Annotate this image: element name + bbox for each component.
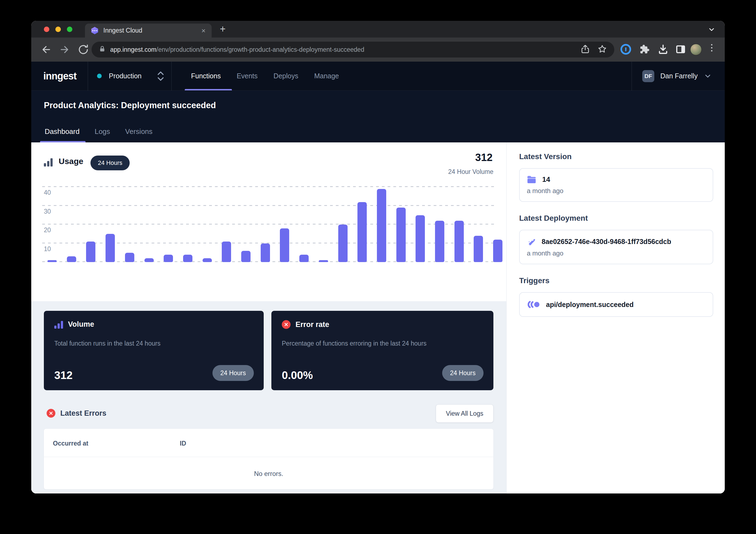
chevron-down-icon [704, 72, 712, 80]
usage-bar-3am[interactable] [183, 255, 192, 262]
environment-switcher[interactable]: Production [97, 70, 165, 82]
nav-item-functions[interactable]: Functions [191, 72, 221, 80]
usage-bar-7pm[interactable] [493, 240, 502, 262]
usage-bar-1pm[interactable] [377, 189, 386, 262]
close-window-button[interactable] [44, 27, 49, 32]
share-icon[interactable] [580, 44, 590, 55]
bookmark-star-icon[interactable] [597, 44, 607, 55]
reload-icon[interactable] [77, 43, 89, 57]
usage-bar-2pm[interactable] [396, 208, 406, 262]
active-nav-underline [185, 89, 232, 90]
usage-bar-7am[interactable] [261, 243, 270, 262]
nav-links: FunctionsEventsDeploysManage [191, 62, 339, 90]
volume-card-range-badge[interactable]: 24 Hours [212, 365, 254, 381]
usage-bar-8am[interactable] [280, 228, 289, 262]
browser-toolbar: app.inngest.com/env/production/functions… [31, 38, 725, 62]
y-axis-tick-label: 10 [44, 245, 51, 253]
latest-version-value: 14 [542, 175, 550, 184]
latest-version-card[interactable]: 14 a month ago [519, 168, 713, 202]
usage-bar-9pm[interactable] [67, 256, 76, 262]
new-tab-button[interactable]: + [220, 23, 226, 35]
gridline-y-20 [42, 224, 496, 224]
error-rate-card-range-badge[interactable]: 24 Hours [442, 365, 484, 381]
app-nav: inngest Production FunctionsEventsDeploy… [31, 62, 725, 90]
latest-deployment-card[interactable]: 8ae02652-746e-430d-9468-1ff73d56cdcb a m… [519, 230, 713, 264]
inngest-logo[interactable]: inngest [43, 70, 76, 82]
trigger-card[interactable]: api/deployment.succeeded [519, 292, 713, 317]
updown-chevron-icon [156, 70, 165, 82]
user-name: Dan Farrelly [660, 72, 698, 80]
usage-bar-11pm[interactable] [106, 234, 115, 262]
usage-title: Usage [59, 157, 83, 166]
latest-version-time: a month ago [527, 187, 706, 195]
page-tab-dashboard[interactable]: Dashboard [45, 127, 79, 136]
error-rate-card-title: Error rate [295, 320, 329, 329]
usage-bar-3pm[interactable] [416, 215, 425, 262]
error-circle-x-icon [282, 320, 290, 329]
usage-volume-value: 312 [475, 152, 493, 164]
usage-bar-10pm[interactable] [86, 242, 95, 262]
bar-chart-icon [44, 158, 53, 166]
nav-item-manage[interactable]: Manage [314, 72, 339, 80]
tab-search-chevron-icon[interactable] [708, 26, 716, 35]
view-all-logs-button[interactable]: View All Logs [436, 404, 493, 422]
triggers-heading: Triggers [519, 276, 713, 285]
side-panel-icon[interactable] [675, 43, 687, 56]
volume-card-title: Volume [68, 320, 94, 329]
forward-icon[interactable] [59, 43, 71, 57]
main-column: Usage 24 Hours 312 24 Hour Volume 102030… [31, 142, 506, 494]
url-path: /env/production/functions/growth-product… [156, 46, 364, 53]
back-icon[interactable] [40, 43, 52, 57]
usage-chart-plot: 102030408pm10pm12am2am4am6am8am10am12pm2… [42, 175, 496, 262]
usage-bar-6pm[interactable] [474, 236, 483, 262]
folder-icon [527, 176, 537, 184]
usage-bar-1am[interactable] [145, 258, 154, 262]
download-icon[interactable] [657, 43, 669, 56]
user-menu[interactable]: DF Dan Farrelly [642, 70, 712, 82]
usage-bar-11am[interactable] [338, 224, 348, 262]
page-tab-versions[interactable]: Versions [125, 127, 153, 136]
usage-bar-12pm[interactable] [358, 202, 367, 262]
error-rate-card: Error rate Percentage of functions error… [271, 311, 493, 390]
usage-bar-5am[interactable] [222, 242, 231, 262]
usage-bar-4pm[interactable] [435, 221, 444, 262]
usage-bar-9am[interactable] [299, 255, 309, 262]
latest-deployment-time: a month ago [527, 249, 706, 257]
errors-table: Occurred at ID No errors. [44, 429, 493, 489]
browser-menu-icon[interactable] [711, 44, 713, 51]
page-tab-logs[interactable]: Logs [94, 127, 110, 136]
usage-range-badge[interactable]: 24 Hours [91, 156, 130, 170]
minimize-window-button[interactable] [55, 27, 61, 32]
page-title: Product Analytics: Deployment succeeded [44, 100, 216, 110]
page-header: Product Analytics: Deployment succeeded … [31, 90, 725, 142]
metrics-area: Volume Total function runs in the last 2… [31, 301, 506, 494]
lock-icon [99, 45, 106, 54]
url-bar[interactable]: app.inngest.com/env/production/functions… [92, 42, 614, 58]
errors-table-header-occurred-at: Occurred at [53, 440, 88, 447]
nav-divider [88, 62, 88, 90]
usage-bar-10am[interactable] [319, 260, 328, 262]
usage-bar-6am[interactable] [241, 251, 251, 262]
browser-tab-strip: Inngest Cloud × + [31, 21, 725, 38]
usage-bar-4am[interactable] [202, 258, 212, 262]
extensions-puzzle-icon[interactable] [639, 43, 650, 56]
browser-tab[interactable]: Inngest Cloud × [85, 24, 212, 38]
errors-table-empty-state: No errors. [44, 470, 493, 478]
usage-bar-5pm[interactable] [454, 221, 464, 262]
environment-name: Production [109, 72, 142, 80]
user-avatar: DF [642, 70, 654, 82]
nav-divider [632, 62, 632, 90]
nav-item-deploys[interactable]: Deploys [274, 72, 298, 80]
nav-item-events[interactable]: Events [236, 72, 257, 80]
browser-profile-avatar[interactable] [690, 44, 702, 55]
inngest-favicon-icon [91, 27, 98, 34]
usage-bar-2am[interactable] [164, 255, 173, 262]
usage-bar-8pm[interactable] [47, 260, 57, 262]
zoom-window-button[interactable] [67, 27, 72, 32]
latest-deployment-heading: Latest Deployment [519, 214, 713, 223]
tab-close-icon[interactable]: × [202, 27, 205, 34]
y-axis-tick-label: 20 [44, 226, 51, 234]
onepassword-extension-icon[interactable] [620, 43, 632, 56]
error-rate-card-subtitle: Percentage of functions erroring in the … [282, 340, 426, 347]
usage-bar-12am[interactable] [125, 253, 134, 262]
